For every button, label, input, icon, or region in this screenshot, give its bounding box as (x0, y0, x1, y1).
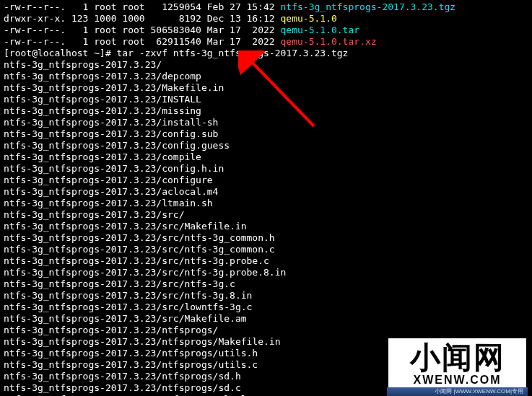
ls-meta: -rw-r--r--. 1 root root 1259054 Feb 27 1… (4, 1, 281, 12)
tar-output-line: ntfs-3g_ntfsprogs-2017.3.23/configure (4, 175, 528, 186)
command-line[interactable]: [root@localhost ~]# tar -zxvf ntfs-3g_nt… (4, 48, 528, 59)
tar-output-line: ntfs-3g_ntfsprogs-2017.3.23/ltmain.sh (4, 198, 528, 209)
shell-prompt: [root@localhost ~]# (4, 48, 117, 58)
tar-output-line: ntfs-3g_ntfsprogs-2017.3.23/Makefile.in (4, 82, 528, 94)
shell-command: tar -zxvf ntfs-3g_ntfsprogs-2017.3.23.tg… (117, 48, 349, 58)
tar-output-line: ntfs-3g_ntfsprogs-2017.3.23/config.sub (4, 128, 528, 140)
filename: qemu-5.1.0 (281, 13, 337, 24)
tar-output-line: ntfs-3g_ntfsprogs-2017.3.23/config.h.in (4, 163, 528, 175)
filename: qemu-5.1.0.tar (281, 25, 360, 35)
ls-row: -rw-r--r--. 1 root root 506583040 Mar 17… (4, 25, 528, 36)
tar-output-line: ntfs-3g_ntfsprogs-2017.3.23/aclocal.m4 (4, 186, 528, 198)
tar-output-line: ntfs-3g_ntfsprogs-2017.3.23/missing (4, 105, 528, 117)
watermark-url: XWENW.COM (388, 374, 526, 386)
tar-output-line: ntfs-3g_ntfsprogs-2017.3.23/compile (4, 151, 528, 163)
tar-output-line: ntfs-3g_ntfsprogs-2017.3.23/src/Makefile… (4, 313, 528, 325)
tar-output-line: ntfs-3g_ntfsprogs-2017.3.23/src/lowntfs-… (4, 302, 528, 313)
tar-output-line: ntfs-3g_ntfsprogs-2017.3.23/config.guess (4, 140, 528, 151)
tar-output-line: ntfs-3g_ntfsprogs-2017.3.23/src/ntfs-3g_… (4, 232, 528, 244)
tar-output-line: ntfs-3g_ntfsprogs-2017.3.23/src/ntfs-3g.… (4, 267, 528, 278)
watermark-strip: 小闻网 |WWW.XWENW.COM|专用 (387, 387, 528, 396)
ls-row: drwxr-xr-x. 123 1000 1000 8192 Dec 13 16… (4, 13, 528, 25)
tar-output-line: ntfs-3g_ntfsprogs-2017.3.23/src/ntfs-3g.… (4, 278, 528, 290)
tar-output-line: ntfs-3g_ntfsprogs-2017.3.23/src/ntfs-3g.… (4, 290, 528, 302)
tar-output-line: ntfs-3g_ntfsprogs-2017.3.23/ntfsprogs/ (4, 325, 528, 336)
ls-row: -rw-r--r--. 1 root root 62911540 Mar 17 … (4, 36, 528, 48)
watermark-text: 小闻网 (388, 343, 526, 373)
tar-output-line: ntfs-3g_ntfsprogs-2017.3.23/src/ntfs-3g.… (4, 255, 528, 267)
ls-meta: -rw-r--r--. 1 root root 62911540 Mar 17 … (4, 36, 281, 47)
tar-output-line: ntfs-3g_ntfsprogs-2017.3.23/ (4, 59, 528, 71)
tar-output-line: ntfs-3g_ntfsprogs-2017.3.23/src/ntfs-3g_… (4, 244, 528, 255)
tar-output-line: ntfs-3g_ntfsprogs-2017.3.23/depcomp (4, 71, 528, 82)
tar-output-line: ntfs-3g_ntfsprogs-2017.3.23/INSTALL (4, 94, 528, 105)
tar-output-line: ntfs-3g_ntfsprogs-2017.3.23/install-sh (4, 117, 528, 128)
ls-meta: drwxr-xr-x. 123 1000 1000 8192 Dec 13 16… (4, 13, 281, 24)
tar-output-line: ntfs-3g_ntfsprogs-2017.3.23/src/ (4, 209, 528, 221)
watermark: 小闻网 XWENW.COM (387, 337, 528, 389)
tar-output-line: ntfs-3g_ntfsprogs-2017.3.23/src/Makefile… (4, 221, 528, 232)
ls-meta: -rw-r--r--. 1 root root 506583040 Mar 17… (4, 25, 281, 35)
filename: qemu-5.1.0.tar.xz (281, 36, 377, 47)
ls-row: -rw-r--r--. 1 root root 1259054 Feb 27 1… (4, 1, 528, 13)
filename: ntfs-3g_ntfsprogs-2017.3.23.tgz (281, 1, 456, 12)
